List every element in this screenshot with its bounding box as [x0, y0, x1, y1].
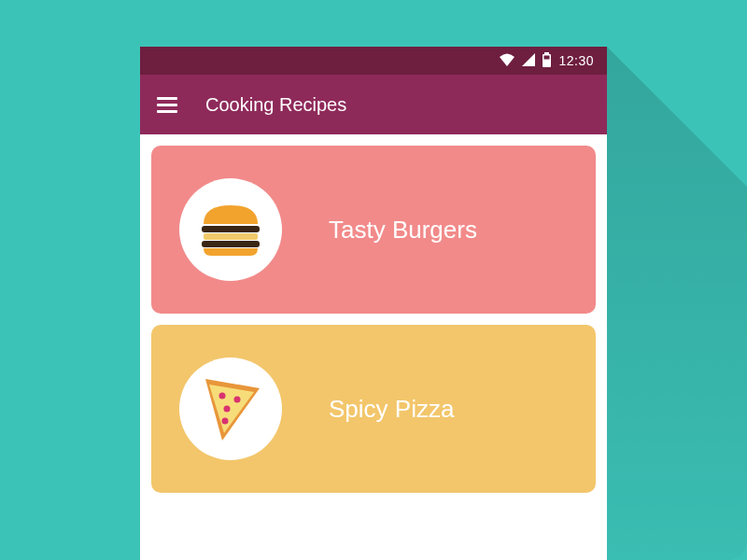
recipe-card-burgers[interactable]: Tasty Burgers: [151, 146, 596, 314]
recipe-card-pizza[interactable]: Spicy Pizza: [151, 325, 596, 493]
svg-rect-0: [544, 52, 549, 54]
svg-rect-5: [202, 241, 260, 247]
svg-rect-2: [544, 55, 550, 59]
status-bar: 12:30: [140, 47, 607, 75]
app-bar: Cooking Recipes: [140, 75, 607, 134]
app-title: Cooking Recipes: [205, 94, 346, 116]
battery-icon: [543, 52, 551, 70]
svg-point-9: [221, 418, 228, 425]
phone-frame: 12:30 Cooking Recipes Tasty Burgers: [140, 47, 607, 560]
svg-rect-4: [204, 233, 258, 240]
burger-icon: [179, 178, 282, 281]
pizza-icon: [179, 357, 282, 460]
card-label: Tasty Burgers: [329, 216, 477, 245]
card-label: Spicy Pizza: [329, 395, 454, 424]
content-list: Tasty Burgers Spicy Pizza: [140, 134, 607, 504]
svg-rect-3: [202, 226, 260, 232]
svg-point-8: [223, 406, 230, 413]
svg-point-7: [233, 397, 240, 403]
menu-icon[interactable]: [157, 97, 177, 113]
wifi-icon: [500, 53, 514, 69]
cellular-icon: [522, 53, 535, 69]
status-time: 12:30: [558, 53, 594, 68]
svg-point-6: [218, 393, 225, 399]
